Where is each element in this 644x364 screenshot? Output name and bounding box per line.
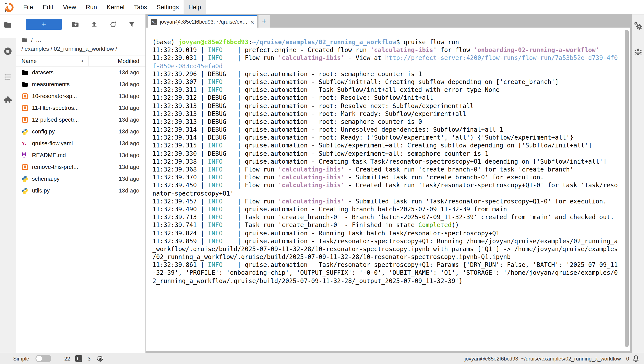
folder-file-icon [22,81,29,88]
new-folder-icon[interactable] [71,20,79,28]
terminal-output[interactable]: (base) jovyan@c85e2f6bcd93:~/qruise/exam… [146,28,630,351]
terminal-line: 11:32:39.338 | INFO | qruise.automation … [152,158,630,166]
menu-help[interactable]: Help [183,0,206,14]
menu-file[interactable]: File [19,0,38,14]
file-row[interactable]: 12-pulsed-spectr... 13d ago [16,114,145,126]
file-modified: 13d ago [119,128,139,135]
debugger-bug-icon[interactable] [634,47,642,56]
file-row[interactable]: qruise-flow.yaml 13d ago [16,138,145,149]
file-row[interactable]: utils.py 13d ago [16,184,145,196]
bell-icon[interactable] [632,355,639,362]
breadcrumb-root-folder-icon[interactable] [22,37,28,43]
terminal-tab[interactable]: $_ jovyan@c85e2f6bcd93: ~/qruise/example… [148,15,257,28]
breadcrumb: / … / examples / 02_running_a_workflow / [16,32,145,53]
file-browser-panel: + / … / examples / 02_running_a_workflow… [16,14,146,352]
session-path: jovyan@c85e2f6bcd93: ~/qruise/examples/0… [465,356,621,362]
file-modified: 13d ago [119,104,139,111]
menu-kernel[interactable]: Kernel [102,0,129,14]
menu-view[interactable]: View [58,0,81,14]
breadcrumb-separator: / [31,36,33,44]
terminal-line: 11:32:39.313 | DEBUG | qruise.automation… [152,110,630,118]
terminal-line: 11:32:39.313 | DEBUG | qruise.automation… [152,118,630,126]
terminal-line: nator-spectroscopy+Q1' [152,189,630,197]
menu-tabs[interactable]: Tabs [129,0,152,14]
scrollbar-thumb[interactable] [625,30,629,347]
menu-settings[interactable]: Settings [152,0,183,14]
terminal-line: 11:32:39.307 | INFO | qruise.automation … [152,78,630,86]
menu-bar: FileEditViewRunKernelTabsSettingsHelp [0,0,644,14]
file-name: config.py [32,128,119,135]
file-name: README.md [32,152,119,158]
terminal-line: 11:32:39.314 | DEBUG | qruise.automation… [152,126,630,134]
column-header-modified[interactable]: Modified [89,56,145,66]
breadcrumb-path[interactable]: / examples / 02_running_a_workflow / [22,44,140,53]
file-modified: 13d ago [119,116,139,123]
file-name: utils.py [32,187,119,194]
folder-file-icon [22,69,29,76]
toggle-knob [36,356,42,362]
terminal-content: (base) jovyan@c85e2f6bcd93:~/qruise/exam… [146,28,630,285]
terminal-line: 2_running_a_workflow/.qruise/build/2025-… [152,277,630,284]
file-row[interactable]: config.py 13d ago [16,126,145,138]
simple-mode-toggle[interactable] [35,355,51,362]
file-modified: 13d ago [119,81,139,88]
running-kernels-icon[interactable] [4,47,12,56]
new-tab-button[interactable]: + [259,15,270,28]
terminal-line: 11:32:39.450 | INFO | Flow run 'calculat… [152,181,630,189]
menu-edit[interactable]: Edit [38,0,58,14]
terminal-line: /02_running_a_workflow/.qruise/build/202… [152,253,630,261]
file-modified: 13d ago [119,93,139,99]
file-row[interactable]: measurements 13d ago [16,78,145,90]
file-row[interactable]: schema.py 13d ago [16,173,145,184]
files-folder-icon[interactable] [4,20,12,29]
main-dock-panel: $_ jovyan@c85e2f6bcd93: ~/qruise/example… [146,14,632,352]
file-name: qruise-flow.yaml [32,140,119,146]
terminal-line: 11:32:39.861 | INFO | qruise.automation … [152,261,630,269]
file-name: remove-this-pref... [32,164,119,170]
left-activity-bar [0,14,16,352]
file-row[interactable]: 10-resonator-sp... 13d ago [16,90,145,102]
terminal-line: 11:32:39.370 | INFO | Flow run 'calculat… [152,173,630,181]
terminal-line: (base) jovyan@c85e2f6bcd93:~/qruise/exam… [152,38,630,46]
terminal-line: 11:32:39.457 | INFO | Flow run 'calculat… [152,197,630,205]
app-logo-icon [4,2,15,12]
file-row[interactable]: README.md 13d ago [16,149,145,161]
property-inspector-gears-icon[interactable] [634,22,642,30]
terminal-line: 11:32:39.824 | INFO | qruise.automation … [152,229,630,237]
file-name: 10-resonator-sp... [32,93,119,99]
menu-items: FileEditViewRunKernelTabsSettingsHelp [19,0,206,14]
column-header-name[interactable]: Name ▲ [16,56,89,66]
terminal-icon: $_ [151,19,157,25]
notebook-file-icon [22,116,29,123]
file-name: 11-filter-spectros... [32,104,119,111]
file-row[interactable]: datasets 13d ago [16,66,145,78]
terminal-line: 11:32:39.368 | INFO | Flow run 'calculat… [152,166,630,173]
terminal-status-icon: $_ [75,355,82,362]
filter-icon[interactable] [128,20,136,28]
file-name: datasets [32,69,119,76]
breadcrumb-ellipsis[interactable]: … [36,36,42,44]
file-name: schema.py [32,176,119,182]
terminal-line: f-850e-083cd45efa0d [152,62,630,70]
notebook-file-icon [22,104,29,111]
file-row[interactable]: 11-filter-spectros... 13d ago [16,102,145,114]
file-list: datasets 13d ago measurements 13d ago 10… [16,66,145,352]
terminal-line: 11:32:39.313 | DEBUG | qruise.automation… [152,102,630,110]
yaml-file-icon [22,140,29,147]
python-file-icon [22,128,29,135]
file-modified: 13d ago [119,176,139,182]
close-icon[interactable]: × [250,18,254,25]
file-row[interactable]: remove-this-pref... 13d ago [16,161,145,173]
table-of-contents-icon[interactable] [4,72,12,82]
status-bar: Simple 22 $_ 3 jovyan@c85e2f6bcd93: ~/qr… [0,352,644,364]
terminal-line: 11:32:39.490 | INFO | qruise.automation … [152,205,630,213]
file-name: 12-pulsed-spectr... [32,116,119,123]
python-file-icon [22,187,29,194]
menu-run[interactable]: Run [81,0,102,14]
refresh-icon[interactable] [109,20,117,28]
extensions-puzzle-icon[interactable] [4,96,12,104]
file-modified: 13d ago [119,187,139,194]
tab-title: jovyan@c85e2f6bcd93: ~/qruise/examples/0… [160,19,248,25]
upload-icon[interactable] [90,20,98,28]
new-launcher-button[interactable]: + [26,19,62,30]
